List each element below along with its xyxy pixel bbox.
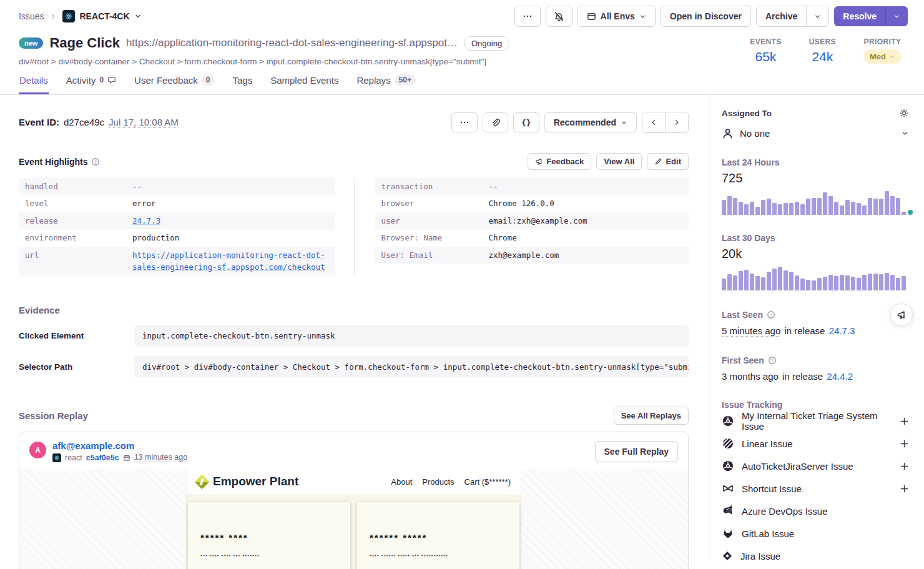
user-icon	[722, 127, 734, 139]
json-braces-icon[interactable]: {}	[513, 112, 539, 132]
priority-value: Med	[870, 52, 886, 61]
event-highlights-section: Event Highlights ? Feedback View All Edi…	[19, 153, 689, 275]
replay-nav-products: Products	[422, 477, 454, 487]
replay-nav-about: About	[391, 477, 412, 487]
list-item: GitLab Issue	[722, 522, 909, 545]
add-issue-button[interactable]	[900, 484, 909, 493]
open-in-discover-button[interactable]: Open in Discover	[661, 6, 751, 27]
events-count-link[interactable]: 65k	[755, 49, 777, 64]
help-icon[interactable]: ?	[768, 356, 777, 365]
first-seen-time[interactable]: 3 months ago	[722, 371, 779, 382]
chevron-down-icon	[901, 129, 909, 137]
see-full-replay-button[interactable]: See Full Replay	[595, 441, 678, 462]
chart-bar	[767, 272, 771, 290]
status-badge: Ongoing	[464, 36, 509, 51]
replay-user-link[interactable]: afk@example.com	[52, 440, 187, 451]
users-count-link[interactable]: 24k	[812, 49, 833, 64]
chart-bar	[795, 275, 799, 290]
mute-notifications-button[interactable]	[546, 6, 573, 27]
event-more-button[interactable]	[451, 112, 478, 132]
tab-tags[interactable]: Tags	[232, 74, 253, 94]
replays-count: 50+	[395, 74, 416, 86]
chart-bar	[873, 199, 878, 215]
chart-bar	[885, 273, 889, 291]
users-label: USERS	[809, 37, 836, 46]
assignee-selector[interactable]: No one	[722, 127, 909, 139]
resolve-button[interactable]: Resolve	[834, 6, 885, 26]
breadcrumb-issues-link[interactable]: Issues	[19, 11, 44, 21]
url-link[interactable]: https://application-monitoring-react-dot…	[132, 249, 329, 274]
chart-bar	[727, 196, 732, 215]
edit-highlights-button[interactable]: Edit	[647, 153, 689, 170]
chart-bar	[834, 202, 838, 215]
event-sort-selector[interactable]: Recommended	[544, 112, 637, 132]
help-icon[interactable]: ?	[767, 310, 775, 319]
replay-id-link[interactable]: c5af0e5c	[86, 453, 119, 462]
environment-selector-label: All Envs	[601, 11, 635, 21]
attachments-button[interactable]	[483, 112, 508, 132]
tab-replays[interactable]: Replays50+	[356, 74, 416, 94]
ellipsis-icon	[523, 11, 533, 21]
new-badge: new	[19, 37, 43, 49]
project-selector[interactable]: REACT-4CK	[62, 10, 141, 22]
environment-selector-button[interactable]: All Envs	[578, 6, 656, 27]
more-actions-button[interactable]	[514, 6, 541, 27]
breadcrumb: Issues REACT-4CK	[19, 10, 142, 22]
last-seen-release-link[interactable]: 24.7.3	[829, 325, 855, 336]
feedback-fab-button[interactable]	[890, 304, 913, 326]
chart-bar	[857, 203, 861, 215]
jira-icon	[722, 550, 733, 562]
first-seen-label: First Seen	[722, 355, 764, 365]
chart-bar	[902, 212, 906, 215]
resolve-dropdown-button[interactable]	[885, 6, 908, 26]
gear-icon[interactable]	[899, 108, 909, 118]
chart-bar	[851, 202, 855, 215]
event-details-panel: Event ID: d27ce49c Jul 17, 10:08 AM {} R…	[0, 95, 709, 559]
chart-bar	[755, 207, 760, 215]
chart-bar	[784, 270, 788, 290]
highlights-left-table: handled-- levelerror release24.7.3 envir…	[19, 178, 354, 275]
event-id-block: Event ID: d27ce49c Jul 17, 10:08 AM	[19, 117, 179, 128]
replay-time-ago[interactable]: 13 minutes ago	[134, 453, 187, 462]
clicked-element-value: input.complete-checkout-btn.sentry-unmas…	[134, 325, 689, 347]
chart-bar	[789, 272, 794, 290]
priority-selector[interactable]: Med	[863, 49, 902, 64]
chevron-down-icon	[134, 12, 142, 20]
chevron-right-icon	[673, 119, 681, 126]
tab-activity[interactable]: Activity0	[66, 74, 117, 94]
add-issue-button[interactable]	[900, 417, 909, 426]
archive-dropdown-button[interactable]	[806, 6, 828, 26]
chart-bar	[896, 278, 900, 290]
table-row: levelerror	[19, 195, 335, 212]
chart-bar	[755, 276, 760, 290]
release-link[interactable]: 24.7.3	[132, 215, 329, 227]
table-row: Browser: NameChrome	[375, 229, 689, 246]
linear-icon	[722, 437, 734, 450]
ellipsis-icon	[460, 117, 469, 127]
session-replay-section: Session Replay See All Replays A afk@exa…	[19, 407, 689, 569]
event-timestamp[interactable]: Jul 17, 10:08 AM	[109, 117, 179, 128]
next-event-button[interactable]	[665, 112, 688, 132]
issue-stats: EVENTS 65k USERS 24k PRIORITY Med	[750, 35, 905, 66]
last-30-days-block: Last 30 Days 20k	[722, 233, 909, 290]
issue-actions: All Envs Open in Discover Archive Resolv…	[514, 6, 908, 27]
first-seen-release-link[interactable]: 24.4.2	[827, 371, 853, 382]
previous-event-button[interactable]	[642, 112, 665, 132]
tab-user-feedback[interactable]: User Feedback0	[134, 74, 215, 94]
feedback-button[interactable]: Feedback	[528, 153, 591, 170]
tab-details[interactable]: Details	[19, 74, 49, 94]
add-issue-button[interactable]	[900, 439, 909, 448]
add-issue-button[interactable]	[900, 462, 909, 471]
view-all-button[interactable]: View All	[596, 153, 642, 170]
see-all-replays-button[interactable]: See All Replays	[614, 407, 689, 425]
replay-viewer[interactable]: Empower Plant About Products Cart ($****…	[19, 469, 688, 569]
help-icon[interactable]: ?	[91, 157, 100, 166]
last-seen-time[interactable]: 5 minutes ago	[722, 325, 780, 337]
tab-sampled-events[interactable]: Sampled Events	[270, 74, 339, 94]
event-id-label: Event ID:	[19, 117, 59, 127]
chart-bar	[823, 192, 827, 215]
archive-button[interactable]: Archive	[757, 6, 806, 26]
last-30-days-label: Last 30 Days	[722, 233, 909, 243]
gitlab-icon	[722, 527, 734, 540]
chart-bar	[902, 276, 906, 290]
